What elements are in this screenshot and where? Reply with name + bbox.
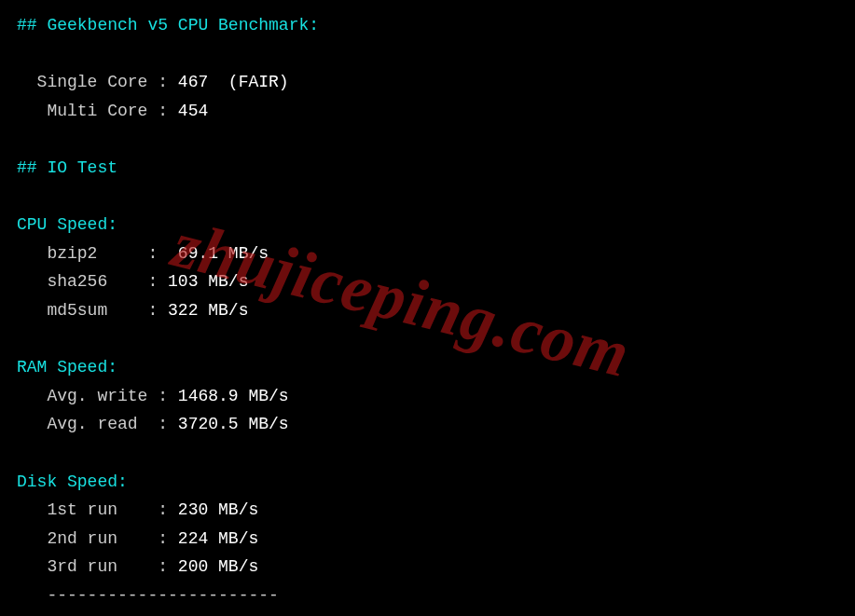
multi-core-label: Multi Core :	[17, 102, 178, 120]
md5sum-label: md5sum :	[17, 301, 168, 320]
single-core-value: 467	[178, 73, 208, 91]
md5sum-value: 322 MB/s	[168, 301, 248, 320]
single-core-label: Single Core :	[17, 73, 178, 91]
ram-speed-title: RAM Speed:	[17, 353, 838, 382]
sha256-label: sha256 :	[17, 272, 168, 291]
header-geekbench: ## Geekbench v5 CPU Benchmark:	[17, 11, 838, 40]
ram-write-label: Avg. write :	[17, 387, 178, 405]
disk-run3-row: 3rd run : 200 MB/s	[17, 553, 838, 582]
sha256-row: sha256 : 103 MB/s	[17, 267, 838, 296]
disk-run2-value: 224 MB/s	[178, 529, 258, 548]
bzip2-row: bzip2 : 69.1 MB/s	[17, 240, 838, 268]
bzip2-value: 69.1 MB/s	[178, 244, 269, 263]
disk-avg-row: Average : 218.0 MB/s	[17, 609, 838, 616]
ram-read-label: Avg. read :	[17, 415, 178, 433]
blank-line	[17, 439, 838, 468]
ram-read-row: Avg. read : 3720.5 MB/s	[17, 410, 838, 439]
blank-line	[17, 183, 838, 212]
disk-speed-title: Disk Speed:	[17, 468, 838, 497]
sha256-value: 103 MB/s	[168, 272, 248, 291]
cpu-speed-title: CPU Speed:	[17, 211, 838, 240]
disk-run1-label: 1st run :	[17, 500, 178, 519]
disk-run2-label: 2nd run :	[17, 529, 178, 548]
header-iotest: ## IO Test	[17, 154, 838, 183]
bzip2-label: bzip2 :	[17, 244, 178, 263]
single-core-row: Single Core : 467 (FAIR)	[17, 68, 838, 97]
ram-write-row: Avg. write : 1468.9 MB/s	[17, 382, 838, 411]
disk-run3-label: 3rd run :	[17, 557, 178, 576]
ram-read-value: 3720.5 MB/s	[178, 415, 289, 433]
multi-core-row: Multi Core : 454	[17, 97, 838, 126]
blank-line	[17, 125, 838, 154]
terminal-output: ## Geekbench v5 CPU Benchmark: Single Co…	[17, 11, 838, 616]
multi-core-value: 454	[178, 102, 208, 120]
single-core-rating: (FAIR)	[208, 73, 288, 91]
disk-run1-value: 230 MB/s	[178, 500, 258, 519]
md5sum-row: md5sum : 322 MB/s	[17, 296, 838, 325]
disk-run3-value: 200 MB/s	[178, 557, 258, 576]
ram-write-value: 1468.9 MB/s	[178, 387, 289, 405]
disk-divider: -----------------------	[17, 582, 838, 610]
disk-run2-row: 2nd run : 224 MB/s	[17, 525, 838, 554]
blank-line	[17, 325, 838, 354]
disk-run1-row: 1st run : 230 MB/s	[17, 496, 838, 525]
blank-line	[17, 40, 838, 69]
